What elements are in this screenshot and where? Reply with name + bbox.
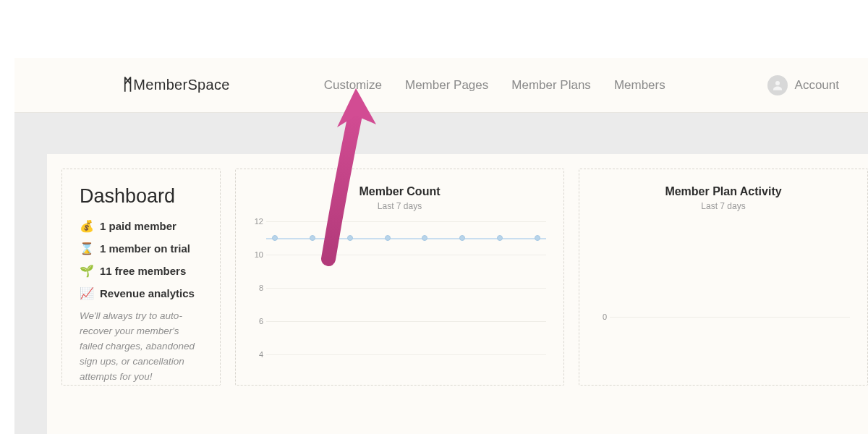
y-tick: 8 — [252, 284, 263, 292]
dashboard-stat-free[interactable]: 🌱 11 free members — [80, 264, 203, 278]
member-plan-activity-panel: Member Plan Activity Last 7 days 0 — [579, 169, 868, 386]
brand-name: MemberSpace — [133, 77, 229, 93]
chart-increasing-icon: 📈 — [80, 286, 93, 300]
nav-customize[interactable]: Customize — [324, 78, 382, 93]
grid-line — [266, 354, 546, 355]
data-point — [535, 235, 540, 241]
money-bag-icon: 💰 — [80, 219, 93, 233]
data-point — [310, 235, 315, 241]
y-tick: 4 — [252, 350, 263, 359]
dashboard-stats-list: 💰 1 paid member ⌛ 1 member on trial 🌱 11… — [80, 219, 203, 300]
y-tick: 6 — [252, 317, 263, 326]
y-tick: 0 — [595, 312, 607, 321]
y-tick: 10 — [252, 250, 263, 259]
chart-title: Member Count — [253, 185, 546, 198]
hourglass-icon: ⌛ — [80, 242, 93, 255]
stat-label: 11 free members — [100, 265, 186, 277]
dashboard-panel: Dashboard 💰 1 paid member ⌛ 1 member on … — [61, 169, 221, 386]
account-label: Account — [795, 78, 839, 93]
dashboard-title: Dashboard — [80, 185, 203, 208]
stat-label: 1 member on trial — [100, 242, 190, 255]
y-tick: 12 — [252, 217, 263, 226]
data-point — [497, 235, 503, 241]
nav-member-plans[interactable]: Member Plans — [511, 78, 591, 93]
dashboard-stat-revenue[interactable]: 📈 Revenue analytics — [80, 286, 203, 300]
grid-line — [610, 317, 850, 318]
member-count-chart: 1210864 — [266, 218, 546, 363]
stat-label: 1 paid member — [100, 220, 176, 232]
nav-members[interactable]: Members — [614, 78, 665, 93]
grid-line — [266, 288, 546, 289]
grid-line — [266, 255, 546, 255]
grid-line — [266, 221, 546, 222]
data-point — [272, 235, 278, 241]
top-navbar: ᛗMemberSpace Customize Member Pages Memb… — [14, 58, 868, 113]
member-plan-activity-chart: 0 — [610, 218, 850, 363]
data-point — [385, 235, 391, 241]
chart-title: Member Plan Activity — [597, 185, 850, 198]
grid-line — [266, 321, 546, 322]
brand-mark-icon: ᛗ — [123, 75, 132, 94]
account-menu[interactable]: Account — [767, 75, 839, 95]
data-line — [266, 238, 546, 239]
seedling-icon: 🌱 — [80, 264, 93, 278]
stat-label: Revenue analytics — [100, 287, 195, 299]
avatar-icon — [767, 75, 788, 95]
svg-point-0 — [775, 81, 780, 85]
member-count-panel: Member Count Last 7 days 1210864 — [235, 169, 564, 386]
nav-member-pages[interactable]: Member Pages — [405, 78, 488, 93]
data-point — [347, 235, 353, 241]
brand-logo[interactable]: ᛗMemberSpace — [123, 76, 230, 95]
chart-subtitle: Last 7 days — [597, 201, 850, 211]
dashboard-stat-paid[interactable]: 💰 1 paid member — [80, 219, 203, 233]
dashboard-stat-trial[interactable]: ⌛ 1 member on trial — [80, 242, 203, 255]
chart-subtitle: Last 7 days — [253, 201, 546, 211]
dashboard-note: We'll always try to auto-recover your me… — [80, 309, 203, 385]
primary-nav: Customize Member Pages Member Plans Memb… — [324, 78, 665, 93]
main-content: Dashboard 💰 1 paid member ⌛ 1 member on … — [47, 154, 868, 434]
data-point — [459, 235, 465, 241]
data-point — [422, 235, 427, 241]
